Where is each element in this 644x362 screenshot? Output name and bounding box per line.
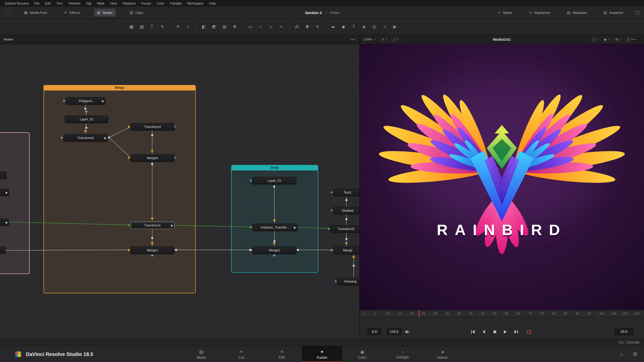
node-merge1[interactable]: Merge1	[131, 247, 174, 254]
pmerge-tool-icon[interactable]: ✱	[303, 23, 311, 31]
collapse-chevron-button[interactable]: ∨	[4, 10, 12, 16]
menu-timeline[interactable]: Timeline	[65, 2, 83, 5]
ellipse-mask-tool-icon[interactable]: ○	[257, 23, 265, 31]
node-layer-02[interactable]: Layer_02	[65, 116, 108, 123]
color-corrector-tool-icon[interactable]: ◐	[184, 23, 192, 31]
imageplane3d-tool-icon[interactable]: ▰	[329, 23, 337, 31]
timeline-ruler[interactable]: 0510152025303540455055606570758085909510…	[360, 310, 644, 317]
audio-mute-button[interactable]	[403, 329, 412, 335]
menu-workspace[interactable]: Workspace	[184, 2, 206, 5]
node-shadow[interactable]: Shadow	[334, 207, 360, 214]
transform-tool-icon[interactable]: ✥	[231, 23, 239, 31]
nodes-panel-menu[interactable]: •••	[350, 37, 359, 41]
renderer3d-tool-icon[interactable]: ▶	[391, 23, 399, 31]
prender-tool-icon[interactable]: ✳	[313, 23, 321, 31]
spotlight-tool-icon[interactable]: ☼	[381, 23, 389, 31]
node-clipped[interactable]: ◈	[0, 219, 9, 226]
menu-mark[interactable]: Mark	[94, 2, 107, 5]
metadata-button[interactable]: ▤Metadata	[564, 9, 590, 17]
fastnoise-tool-icon[interactable]: ▨	[138, 23, 146, 31]
stop-button[interactable]	[491, 329, 499, 335]
node-text1[interactable]: Text1	[334, 189, 360, 196]
menu-help[interactable]: Help	[206, 2, 219, 5]
page-tab-edit[interactable]: ≡Edit	[262, 346, 302, 362]
polygon-mask-tool-icon[interactable]: ▱	[267, 23, 275, 31]
play-button[interactable]	[501, 329, 509, 335]
node-clipped[interactable]	[0, 172, 7, 179]
settings-gear-button[interactable]: ⚙	[633, 351, 637, 357]
channel-booleans-tool-icon[interactable]: ▥	[220, 23, 228, 31]
viewer-canvas[interactable]: RAINBIRD RAINBIRD	[360, 44, 644, 310]
textplus-tool-icon[interactable]: T	[148, 23, 156, 31]
page-tab-color[interactable]: ◉Color	[342, 346, 382, 362]
workspace-layout-icon[interactable]: ▢	[635, 10, 639, 15]
node-layer-01[interactable]: Layer_01	[253, 177, 296, 184]
menu-fusion[interactable]: Fusion	[139, 2, 154, 5]
view-mode-dropdown[interactable]: ▢∨	[590, 37, 600, 42]
menu-file[interactable]: File	[31, 2, 42, 5]
menu-playback[interactable]: Playback	[120, 2, 139, 5]
speaker-icon	[405, 329, 410, 334]
brightness-contrast-tool-icon[interactable]: ☀	[174, 23, 182, 31]
shape3d-tool-icon[interactable]: ◆	[339, 23, 347, 31]
loop-button[interactable]	[525, 329, 533, 335]
camera3d-tool-icon[interactable]: ◎	[370, 23, 378, 31]
project-home-button[interactable]: ⌂	[620, 351, 623, 357]
merge-tool-icon[interactable]: ◧	[200, 23, 208, 31]
split-view-button[interactable]: ◫	[625, 37, 631, 42]
page-tab-deliver[interactable]: ➤Deliver	[423, 346, 463, 362]
pemitter-tool-icon[interactable]: ⁂	[293, 23, 301, 31]
grid-overlay-dropdown[interactable]: ⊞∨	[614, 37, 622, 42]
menu-clip[interactable]: Clip	[83, 2, 94, 5]
view-layout-dropdown[interactable]: ▢∨	[391, 37, 400, 42]
page-tab-cut[interactable]: ✂Cut	[221, 346, 262, 362]
effects-button[interactable]: ✦Effects	[61, 9, 83, 17]
node-merge2[interactable]: Merge2	[253, 247, 296, 254]
node-polygon1[interactable]: Polygon1 ◈	[66, 97, 105, 105]
framerate-field[interactable]: 25.0	[614, 328, 633, 335]
node-transform2[interactable]: Transform2 ◈	[64, 134, 108, 142]
node-clipped[interactable]: ◈	[0, 189, 9, 196]
background-tool-icon[interactable]: ▦	[127, 23, 135, 31]
page-tab-fusion[interactable]: ✦Fusion	[302, 346, 342, 362]
merge3d-tool-icon[interactable]: ◈	[360, 23, 368, 31]
clips-button[interactable]: ▤Clips	[127, 9, 146, 17]
playhead[interactable]	[419, 310, 419, 317]
text3d-tool-icon[interactable]: T	[350, 23, 358, 31]
matte-control-tool-icon[interactable]: ◩	[210, 23, 218, 31]
spline-button[interactable]: ∿Spline	[495, 9, 515, 17]
keyframes-button[interactable]: ◇Keyframes	[526, 9, 553, 17]
channel-select-dropdown[interactable]: A∨	[380, 37, 389, 42]
bspline-mask-tool-icon[interactable]: ∿	[277, 23, 285, 31]
menu-trim[interactable]: Trim	[54, 2, 66, 5]
menu-view[interactable]: View	[107, 2, 120, 5]
node-transform1[interactable]: Transform1 ◈	[131, 222, 174, 229]
node-clipped[interactable]	[0, 247, 6, 254]
node-rectangle1[interactable]: Rectang	[338, 278, 360, 285]
viewer-menu[interactable]: •••	[631, 37, 640, 41]
media-pool-button[interactable]: ▦Media Pool	[21, 9, 50, 17]
play-reverse-button[interactable]	[479, 329, 488, 335]
menu-color[interactable]: Color	[154, 2, 167, 5]
color-controls-dropdown[interactable]: ◉∨	[602, 37, 611, 42]
goto-start-button[interactable]	[469, 329, 477, 335]
paint-tool-icon[interactable]: ✎	[158, 23, 166, 31]
node-transform3[interactable]: Transform3	[131, 123, 174, 130]
range-out-field[interactable]: 119.0	[386, 328, 401, 335]
node-instance-transform[interactable]: Instance_Transfor... ◈	[253, 224, 297, 231]
viewer-zoom-dropdown[interactable]: 170%∨	[360, 37, 378, 41]
nodes-button[interactable]: ▣Nodes	[94, 9, 115, 17]
node-merge3[interactable]: Merge	[334, 247, 360, 254]
menu-davinci-resolve[interactable]: DaVinci Resolve	[2, 2, 31, 5]
page-tab-fairlight[interactable]: ♪Fairlight	[382, 346, 423, 362]
range-in-field[interactable]: 0.0	[367, 328, 381, 335]
node-merge4[interactable]: Merge4	[131, 154, 174, 162]
menu-edit[interactable]: Edit	[42, 2, 53, 5]
node-transform5[interactable]: Transform5	[331, 225, 360, 233]
rectangle-mask-tool-icon[interactable]: ▭	[246, 23, 254, 31]
goto-end-button[interactable]	[512, 329, 520, 335]
menu-fairlight[interactable]: Fairlight	[167, 2, 184, 5]
page-tab-media[interactable]: ▤Media	[181, 346, 221, 362]
inspector-button[interactable]: ▥Inspector	[600, 9, 626, 17]
node-editor[interactable]: Wings Body	[0, 44, 360, 339]
